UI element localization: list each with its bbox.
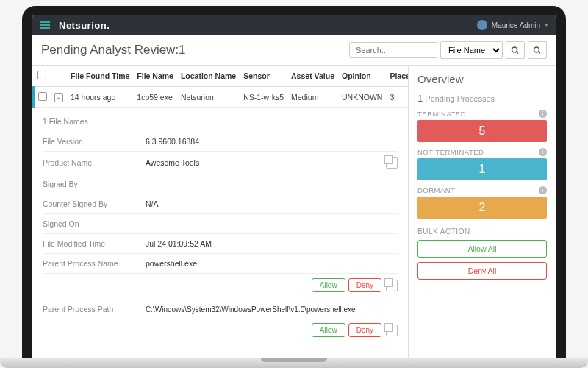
info-icon[interactable]: i — [539, 110, 547, 118]
svg-line-1 — [517, 52, 519, 54]
search-filter-select[interactable]: File Name — [440, 41, 503, 59]
cell-location: Netsurion — [177, 87, 240, 108]
col-asset-value[interactable]: Asset Value — [287, 66, 338, 87]
allow-button[interactable]: Allow — [312, 323, 345, 337]
value-parent-process: powershell.exe — [146, 259, 398, 268]
cell-asset: Medium — [287, 87, 338, 108]
avatar — [477, 20, 487, 30]
deny-button[interactable]: Deny — [348, 323, 381, 337]
deny-all-button[interactable]: Deny All — [417, 262, 547, 280]
pending-processes: 1 Pending Processes — [417, 93, 547, 104]
dormant-count[interactable]: 2 — [417, 197, 547, 219]
dormant-label: DORMANT — [417, 186, 456, 194]
terminated-label: TERMINATED — [417, 110, 466, 118]
col-file-name[interactable]: File Name — [133, 66, 177, 87]
cell-places: 3 — [386, 87, 409, 108]
file-names-header: 1 File Names — [43, 114, 398, 132]
user-name: Maurice Admin — [492, 21, 540, 29]
value-parent-path: C:\Windows\System32\WindowsPowerShell\v1… — [146, 305, 398, 314]
label-signed-by: Signed By — [43, 180, 146, 188]
svg-point-2 — [534, 47, 539, 52]
copy-icon[interactable] — [386, 325, 398, 336]
value-file-version: 6.3.9600.16384 — [146, 137, 398, 146]
cell-opinion: UNKNOWN — [338, 87, 386, 108]
value-counter-signed: N/A — [146, 199, 398, 208]
main-content: File Found Time File Name Location Name … — [32, 66, 409, 368]
label-file-version: File Version — [43, 137, 146, 146]
deny-button[interactable]: Deny — [348, 278, 381, 292]
overview-title: Overview — [417, 73, 547, 85]
brand-logo: Netsurion. — [59, 20, 110, 31]
info-icon[interactable]: i — [539, 148, 547, 156]
label-counter-signed: Counter Signed By — [43, 199, 146, 208]
cell-file: 1cp59.exe — [133, 87, 177, 108]
value-modified-time: Jul 24 01:09:52 AM — [146, 239, 398, 248]
not-terminated-count[interactable]: 1 — [417, 158, 547, 180]
terminated-count[interactable]: 5 — [417, 120, 547, 142]
svg-line-3 — [539, 52, 541, 54]
svg-point-0 — [512, 47, 517, 52]
select-all-checkbox[interactable] — [37, 71, 46, 79]
user-menu[interactable]: Maurice Admin ▾ — [477, 20, 548, 30]
advanced-search-button[interactable] — [528, 41, 547, 59]
label-parent-process: Parent Process Name — [43, 259, 146, 268]
col-sensor[interactable]: Sensor — [240, 66, 287, 87]
overview-panel: Overview 1 Pending Processes TERMINATEDi… — [409, 66, 556, 368]
cell-sensor: NS-1-wrks5 — [240, 87, 287, 108]
value-product-name: Awesome Tools — [146, 158, 381, 167]
cell-time: 14 hours ago — [67, 87, 133, 108]
allow-button[interactable]: Allow — [312, 278, 345, 292]
copy-icon[interactable] — [386, 280, 398, 291]
row-checkbox[interactable] — [38, 92, 47, 101]
page-title: Pending Analyst Review:1 — [41, 43, 186, 57]
title-bar: Pending Analyst Review:1 File Name — [32, 35, 556, 66]
label-product-name: Product Name — [43, 158, 146, 167]
allow-all-button[interactable]: Allow All — [417, 240, 547, 258]
search-icon — [533, 46, 542, 55]
search-input[interactable] — [349, 42, 437, 58]
label-parent-path: Parent Process Path — [43, 305, 146, 314]
detail-panel: 1 File Names File Version6.3.9600.16384 … — [32, 108, 408, 350]
chevron-down-icon: ▾ — [545, 21, 548, 29]
label-signed-on: Signed On — [43, 219, 146, 228]
col-opinion[interactable]: Opinion — [338, 66, 386, 87]
results-table: File Found Time File Name Location Name … — [32, 66, 409, 108]
col-file-found-time[interactable]: File Found Time — [67, 66, 133, 87]
col-places[interactable]: Places — [386, 66, 409, 87]
menu-icon[interactable] — [40, 21, 50, 29]
label-modified-time: File Modified Time — [43, 239, 146, 248]
info-icon[interactable]: i — [539, 186, 547, 194]
copy-icon[interactable] — [386, 157, 398, 169]
search-button[interactable] — [506, 41, 525, 59]
table-row[interactable]: − 14 hours ago 1cp59.exe Netsurion NS-1-… — [34, 87, 409, 108]
bulk-action-label: BULK ACTION — [417, 227, 547, 236]
not-terminated-label: NOT TERMINATED — [417, 148, 484, 156]
top-navbar: Netsurion. Maurice Admin ▾ — [32, 15, 556, 35]
collapse-icon[interactable]: − — [54, 93, 63, 102]
search-icon — [511, 46, 520, 55]
col-location-name[interactable]: Location Name — [177, 66, 240, 87]
